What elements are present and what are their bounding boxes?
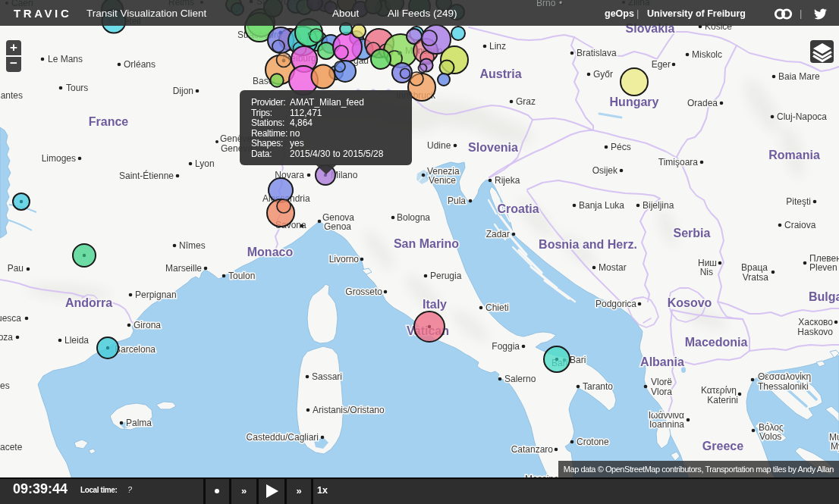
svg-text:Eger: Eger: [652, 59, 671, 70]
svg-text:Croatia: Croatia: [497, 202, 539, 215]
svg-text:Austria: Austria: [479, 67, 521, 80]
svg-text:Toulon: Toulon: [228, 271, 255, 281]
svg-text:Barcelona: Barcelona: [115, 344, 156, 355]
svg-text:Pécs: Pécs: [611, 142, 631, 152]
svg-text:es: es: [0, 380, 10, 391]
svg-text:Nis: Nis: [700, 267, 713, 277]
svg-text:Vratsa: Vratsa: [743, 272, 769, 283]
svg-text:Venice: Venice: [429, 175, 456, 186]
svg-text:Aristanis/Oristano: Aristanis/Oristano: [313, 405, 385, 415]
svg-text:Romania: Romania: [768, 149, 820, 161]
svg-text:Nantes: Nantes: [0, 90, 23, 101]
svg-text:Osijek: Osijek: [592, 165, 618, 176]
svg-text:Baia Mare: Baia Mare: [778, 71, 820, 82]
svg-text:Bijeljina: Bijeljina: [643, 200, 674, 211]
svg-text:Limoges: Limoges: [42, 153, 76, 164]
svg-text:Salerno: Salerno: [504, 374, 536, 384]
svg-text:Pula: Pula: [448, 196, 466, 206]
svg-text:Chieti: Chieti: [485, 302, 509, 313]
svg-text:Albania: Albania: [640, 355, 684, 368]
svg-text:Palma: Palma: [126, 418, 152, 428]
svg-text:Zadar: Zadar: [486, 229, 510, 239]
svg-text:Volos: Volos: [759, 431, 781, 442]
svg-text:Orléans: Orléans: [124, 59, 156, 70]
svg-text:Graz: Graz: [516, 96, 536, 107]
svg-text:Saint-Étienne: Saint-Étienne: [119, 170, 174, 181]
svg-text:Crotone: Crotone: [577, 437, 609, 447]
svg-text:Miskolc: Miskolc: [692, 49, 722, 60]
svg-text:Bratislava: Bratislava: [577, 48, 617, 58]
svg-text:Mytilini: Mytilini: [831, 441, 839, 452]
svg-text:Craiova: Craiova: [784, 220, 816, 230]
svg-text:Genoa: Genoa: [324, 221, 351, 232]
svg-text:Cluj-Napoca: Cluj-Napoca: [777, 111, 827, 122]
svg-text:France: France: [89, 115, 129, 128]
svg-text:Haskovo: Haskovo: [797, 327, 833, 337]
svg-text:Perugia: Perugia: [430, 271, 462, 281]
svg-text:Pleven: Pleven: [809, 262, 837, 273]
svg-text:Macedonia: Macedonia: [685, 336, 748, 349]
svg-text:Lleida: Lleida: [64, 335, 89, 346]
svg-text:Foggia: Foggia: [492, 341, 520, 352]
svg-text:Oradea: Oradea: [687, 98, 718, 108]
svg-text:Dijon: Dijon: [173, 86, 193, 96]
svg-text:Andorra: Andorra: [65, 296, 112, 309]
svg-text:Thessaloniki: Thessaloniki: [758, 381, 809, 392]
svg-text:Serbia: Serbia: [674, 227, 711, 239]
svg-text:Ioannina: Ioannina: [649, 419, 684, 430]
svg-text:Lyon: Lyon: [195, 158, 215, 169]
svg-text:San Marino: San Marino: [394, 237, 459, 250]
svg-text:Udine: Udine: [427, 140, 451, 151]
svg-text:Pau: Pau: [8, 263, 24, 274]
svg-text:Nîmes: Nîmes: [179, 240, 206, 251]
svg-text:Taranto: Taranto: [583, 381, 613, 392]
svg-text:Hungary: Hungary: [610, 95, 659, 108]
svg-text:Хасково: Хасково: [798, 317, 833, 327]
svg-text:Bulgaria: Bulgaria: [809, 290, 839, 303]
svg-text:Sassari: Sassari: [312, 371, 342, 382]
svg-text:Le Mans: Le Mans: [48, 54, 83, 64]
svg-text:Linz: Linz: [489, 41, 506, 52]
svg-text:Kosovo: Kosovo: [668, 296, 712, 309]
svg-text:acete: acete: [0, 442, 23, 452]
svg-text:Bologna: Bologna: [397, 212, 430, 223]
svg-text:Greece: Greece: [702, 440, 743, 452]
svg-text:Banja Luka: Banja Luka: [579, 200, 624, 211]
svg-text:Monaco: Monaco: [247, 246, 294, 258]
svg-text:Rijeka: Rijeka: [495, 175, 520, 186]
svg-text:Bosnia and Herz.: Bosnia and Herz.: [539, 238, 637, 251]
svg-text:Marseille: Marseille: [165, 263, 202, 274]
svg-text:Katerini: Katerini: [707, 395, 738, 405]
svg-text:Podgorica: Podgorica: [595, 299, 636, 309]
svg-text:Mostar: Mostar: [599, 262, 627, 273]
svg-text:Győr: Győr: [593, 69, 613, 80]
svg-text:oza: oza: [0, 332, 13, 343]
svg-text:Huesca: Huesca: [0, 313, 21, 324]
svg-text:Tours: Tours: [66, 83, 88, 93]
svg-text:Timişoara: Timişoara: [658, 157, 699, 167]
svg-text:Catanzaro: Catanzaro: [511, 444, 554, 455]
svg-text:Vlora: Vlora: [651, 387, 672, 397]
svg-text:Girona: Girona: [134, 320, 161, 330]
svg-text:Grosseto: Grosseto: [345, 286, 382, 297]
svg-text:Piteşti: Piteşti: [786, 196, 811, 207]
svg-text:Враца: Враца: [741, 262, 768, 273]
svg-text:Slovenia: Slovenia: [468, 141, 518, 154]
svg-text:Livorno: Livorno: [329, 254, 360, 265]
svg-text:Italy: Italy: [423, 298, 447, 311]
svg-text:Bari: Bari: [570, 355, 586, 365]
svg-text:Κατερίνη: Κατερίνη: [701, 385, 737, 396]
svg-text:Θεσσαλονίκη: Θεσσαλονίκη: [758, 371, 811, 382]
svg-text:Vlorë: Vlorë: [651, 377, 672, 387]
svg-text:Perpignan: Perpignan: [135, 290, 177, 300]
svg-text:Casteddu/Cagliari: Casteddu/Cagliari: [247, 432, 319, 443]
